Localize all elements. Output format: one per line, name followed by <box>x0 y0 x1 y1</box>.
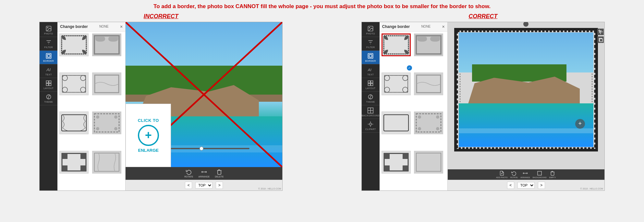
add-circle-button[interactable]: + <box>575 119 585 129</box>
sidebar-item-layout[interactable]: LAYOUT <box>40 78 57 92</box>
incorrect-canvas-main: CLICK TO + ENLARGE <box>126 22 282 167</box>
correct-border-thumb-5[interactable] <box>382 111 411 134</box>
incorrect-canvas: CLICK TO + ENLARGE ROTATE ARRANGE <box>126 22 282 190</box>
rotate-label: ROTATE <box>184 176 193 178</box>
correct-sidebar-border[interactable]: BORDER <box>362 51 380 64</box>
border-thumb-3[interactable] <box>59 72 89 95</box>
correct-sidebar-text[interactable]: AI TEXT <box>362 64 380 78</box>
border-thumb-6[interactable] <box>92 111 121 134</box>
correct-background-button[interactable]: BACKGROUND <box>533 171 547 178</box>
svg-rect-5 <box>46 53 51 58</box>
next-page-button[interactable]: > <box>216 182 223 189</box>
border-close-button[interactable]: × <box>120 24 123 29</box>
border-thumb-5[interactable] <box>59 111 89 134</box>
correct-arrange-label: ARRANGE <box>520 176 530 178</box>
correct-border-thumb-7[interactable] <box>382 151 411 174</box>
correct-arrange-button[interactable]: ARRANGE <box>520 171 530 178</box>
svg-rect-8 <box>46 81 48 83</box>
svg-rect-10 <box>46 84 48 86</box>
sidebar-layout-label: LAYOUT <box>44 87 54 89</box>
correct-addphoto-button[interactable]: ADD PHOTO <box>496 171 508 178</box>
correct-filter-label: FILTER <box>366 46 375 48</box>
correct-rotate-button[interactable]: ROTATE <box>510 171 518 178</box>
border-thumb-1[interactable] <box>59 33 89 56</box>
svg-rect-15 <box>62 75 86 92</box>
correct-page-select[interactable]: TOP <box>517 182 535 189</box>
correct-border-thumb-1[interactable] <box>382 33 411 56</box>
copy-tool[interactable] <box>597 36 604 43</box>
incorrect-label: INCORRECT <box>144 13 178 20</box>
sidebar-item-theme[interactable]: THEME <box>40 92 57 105</box>
correct-border-label: BORDER <box>365 60 376 62</box>
svg-point-50 <box>403 75 408 81</box>
image-slider[interactable] <box>159 148 249 149</box>
correct-border-grid: ✓ <box>380 32 447 190</box>
rotate-button[interactable]: ROTATE <box>184 169 193 178</box>
correct-border-thumb-4[interactable] <box>414 72 443 95</box>
crop-tool[interactable] <box>597 29 604 35</box>
svg-rect-48 <box>384 75 408 92</box>
svg-text:AI: AI <box>46 67 51 72</box>
correct-theme-label: THEME <box>366 101 375 103</box>
correct-layout-label: LAYOUT <box>366 87 376 89</box>
correct-border-thumb-2[interactable] <box>414 33 443 56</box>
correct-empty-label: EMPTY <box>549 176 556 178</box>
correct-sidebar-photo[interactable]: PHOTO <box>362 23 380 37</box>
correct-background-label: BACKGROUND <box>362 114 380 117</box>
enlarge-circle: + <box>138 125 159 146</box>
svg-rect-37 <box>369 55 372 57</box>
correct-empty-button[interactable]: EMPTY <box>549 171 556 178</box>
svg-rect-40 <box>371 81 373 83</box>
correct-sidebar-filter[interactable]: FILTER <box>362 37 380 51</box>
correct-sidebar-background[interactable]: BACKGROUND <box>362 105 380 119</box>
addphoto-label: ADD PHOTO <box>496 176 508 178</box>
sidebar-item-photo[interactable]: PHOTO <box>40 23 57 37</box>
correct-left-sidebar: PHOTO FILTER BORDER AI TEXT LAYOUT <box>362 22 380 190</box>
correct-border-close[interactable]: × <box>442 24 445 29</box>
prev-page-button[interactable]: < <box>185 182 192 189</box>
svg-rect-9 <box>49 81 51 83</box>
svg-point-52 <box>403 87 408 92</box>
correct-border-thumb-3[interactable] <box>382 72 411 95</box>
svg-rect-72 <box>538 171 541 175</box>
border-thumb-7[interactable] <box>59 151 89 174</box>
correct-border-thumb-6[interactable] <box>414 111 443 134</box>
correct-border-panel-header: Change border NONE × <box>380 22 447 32</box>
correct-label: CORRECT <box>468 13 497 20</box>
sidebar-item-border[interactable]: BORDER <box>40 51 57 64</box>
arrange-button[interactable]: ARRANGE <box>199 169 210 178</box>
correct-prev-page[interactable]: < <box>507 182 514 189</box>
border-thumb-8[interactable] <box>92 151 121 174</box>
svg-rect-39 <box>368 81 371 83</box>
correct-canvas: + ADD PHO <box>448 22 604 190</box>
border-panel-title: Change border <box>60 24 88 29</box>
correct-next-page[interactable]: > <box>538 182 545 189</box>
correct-sidebar-theme[interactable]: THEME <box>362 92 380 105</box>
border-thumb-2[interactable] <box>92 33 121 56</box>
sidebar-item-filter[interactable]: FILTER <box>40 37 57 51</box>
click-to-enlarge[interactable]: CLICK TO + ENLARGE <box>126 104 171 167</box>
correct-border-thumb-8[interactable] <box>414 151 443 174</box>
canvas-toolbar-correct: ADD PHOTO ROTATE ARRANGE BACKGROUND <box>448 169 604 180</box>
sidebar-border-label: BORDER <box>43 60 54 62</box>
delete-label: DELETE <box>215 176 224 178</box>
border-thumb-4[interactable] <box>92 72 121 95</box>
page-select[interactable]: TOP <box>195 182 213 189</box>
sidebar-text-label: TEXT <box>45 73 52 76</box>
copyright-incorrect: © 2018 - HELLO.COM <box>258 188 281 190</box>
svg-point-24 <box>96 127 99 130</box>
svg-rect-36 <box>368 53 373 58</box>
svg-rect-6 <box>47 55 50 57</box>
delete-button[interactable]: DELETE <box>215 169 224 178</box>
svg-point-22 <box>96 115 99 119</box>
top-instruction: To add a border, the photo box CANNOT fi… <box>0 0 644 12</box>
correct-border-panel: Change border NONE × ✓ <box>380 22 448 190</box>
svg-point-55 <box>418 115 421 119</box>
correct-sidebar-layout[interactable]: LAYOUT <box>362 78 380 92</box>
svg-rect-11 <box>49 84 51 86</box>
svg-point-25 <box>114 127 117 130</box>
svg-point-18 <box>62 87 67 92</box>
correct-sidebar-clipart[interactable]: CLIPART <box>362 119 380 133</box>
sidebar-item-text[interactable]: AI TEXT <box>40 64 57 78</box>
sidebar-filter-label: FILTER <box>44 46 53 48</box>
